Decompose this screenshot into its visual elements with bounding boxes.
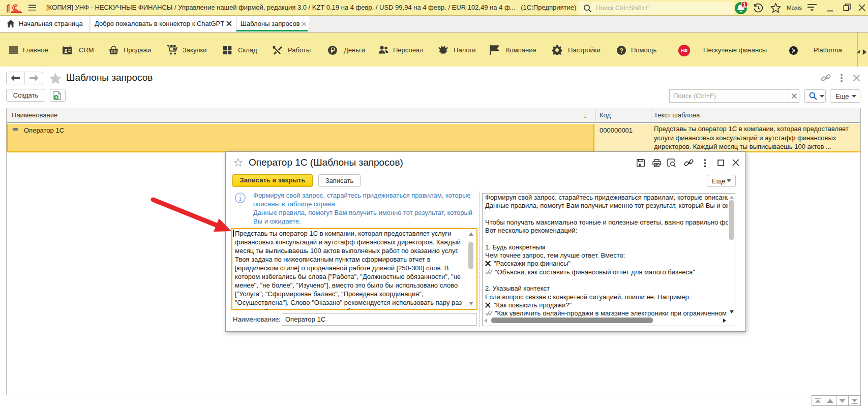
svg-text:НФ: НФ [681,48,687,53]
svg-text:?: ? [619,47,623,54]
svg-text:1: 1 [743,2,746,8]
